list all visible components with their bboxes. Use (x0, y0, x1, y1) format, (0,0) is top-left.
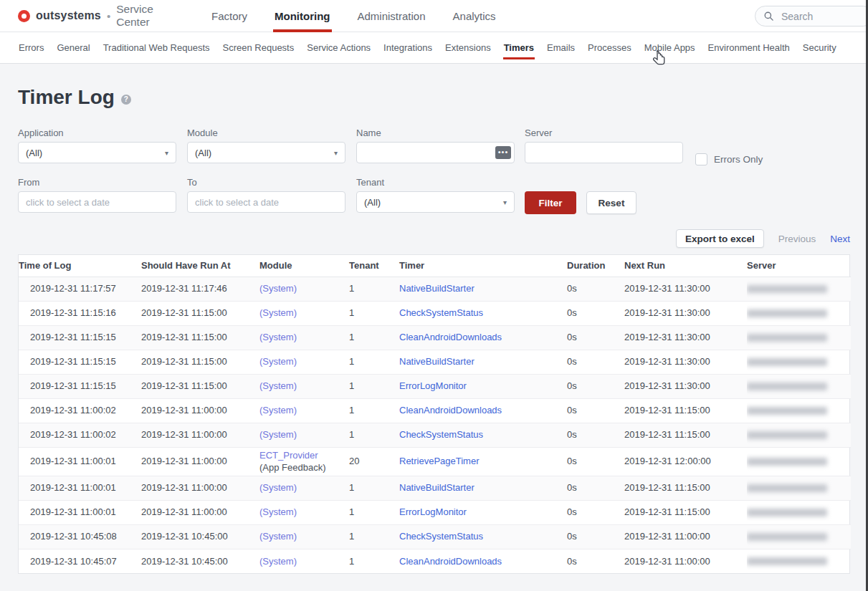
timer-link[interactable]: NativeBuildStarter (399, 283, 474, 294)
ellipsis-hint-icon[interactable]: ••• (495, 146, 511, 159)
application-label: Application (18, 128, 64, 138)
module-link[interactable]: (System) (259, 405, 297, 415)
module-cell: (System) (259, 325, 349, 350)
main-nav-item[interactable]: Analytics (452, 0, 497, 32)
tab-label: Processes (588, 42, 631, 53)
server-label: Server (525, 128, 552, 138)
server-cell (747, 398, 851, 423)
duration-cell: 0s (567, 524, 624, 549)
module-link[interactable]: (System) (259, 283, 297, 294)
timer-link[interactable]: NativeBuildStarter (399, 482, 474, 493)
brand-product: Service Center (116, 3, 184, 29)
module-link[interactable]: (System) (259, 506, 297, 517)
module-link[interactable]: (System) (259, 380, 297, 391)
timer-link[interactable]: ErrorLogMonitor (399, 506, 467, 517)
errors-only-checkbox[interactable] (695, 153, 707, 165)
timer-cell: NativeBuildStarter (399, 277, 567, 301)
module-label: Module (187, 128, 218, 138)
timer-link[interactable]: NativeBuildStarter (399, 356, 474, 367)
tab[interactable]: Extensions (444, 32, 492, 63)
timer-cell: CleanAndroidDownloads (399, 325, 567, 350)
reset-button[interactable]: Reset (586, 191, 636, 214)
tenant-select-value: (All) (364, 197, 381, 208)
duration-cell: 0s (567, 398, 624, 423)
tab[interactable]: Traditional Web Requests (102, 32, 211, 63)
table-header-row: Time of LogShould Have Run AtModuleTenan… (19, 255, 851, 277)
tab[interactable]: Environment Health (707, 32, 791, 63)
timer-link[interactable]: CheckSystemStatus (399, 429, 483, 440)
tab[interactable]: Timers (503, 32, 535, 63)
brand-name: outsystems (36, 9, 101, 22)
timer-link[interactable]: CleanAndroidDownloads (399, 405, 502, 415)
main-nav-item[interactable]: Administration (356, 0, 427, 32)
time-of-log-cell: 2019-12-31 11:17:57 (19, 277, 141, 301)
from-date-input[interactable] (18, 191, 176, 213)
tab-label: Security (803, 42, 836, 53)
chevron-down-icon: ▾ (165, 149, 168, 157)
previous-page-link[interactable]: Previous (778, 234, 816, 244)
server-cell (747, 500, 851, 524)
server-redacted-value (747, 309, 827, 317)
tab[interactable]: Mobile Apps (644, 32, 696, 63)
timer-link[interactable]: ErrorLogMonitor (399, 380, 467, 391)
time-of-log-cell: 2019-12-31 11:00:02 (19, 398, 141, 423)
tab[interactable]: Screen Requests (222, 32, 295, 63)
tab-label: Timers (504, 42, 534, 53)
timer-link[interactable]: CleanAndroidDownloads (399, 556, 502, 567)
tab[interactable]: General (56, 32, 90, 63)
tab-label: Integrations (383, 42, 432, 53)
timer-link[interactable]: RetrievePageTimer (399, 456, 480, 466)
module-cell: (System) (259, 423, 349, 447)
tenant-cell: 1 (349, 476, 399, 500)
timer-link[interactable]: CheckSystemStatus (399, 307, 483, 318)
time-of-log-cell: 2019-12-31 11:15:16 (19, 301, 141, 325)
tab[interactable]: Errors (18, 32, 44, 63)
module-link[interactable]: (System) (259, 332, 297, 342)
errors-only-toggle[interactable]: Errors Only (695, 153, 763, 165)
table-actions-row: Export to excel Previous Next (18, 229, 850, 248)
to-date-input[interactable] (187, 191, 345, 213)
module-link[interactable]: (System) (259, 482, 297, 493)
tab[interactable]: Security (802, 32, 837, 63)
server-redacted-value (747, 285, 827, 293)
server-redacted-value (747, 358, 827, 366)
should-have-run-at-cell: 2019-12-31 11:00:00 (141, 398, 259, 423)
tenant-cell: 1 (349, 549, 399, 573)
module-link[interactable]: (System) (259, 531, 297, 542)
tab-label: Errors (19, 42, 44, 53)
main-nav-item-label: Administration (358, 10, 426, 22)
tenant-select[interactable]: (All) ▾ (356, 191, 515, 213)
main-nav-item[interactable]: Monitoring (273, 0, 331, 32)
next-run-cell: 2019-12-31 11:15:00 (624, 423, 747, 447)
table-row: 2019-12-31 11:00:01 2019-12-31 11:00:00 … (19, 447, 851, 476)
main-nav-item[interactable]: Factory (210, 0, 249, 32)
tab[interactable]: Emails (546, 32, 576, 63)
tenant-cell: 1 (349, 350, 399, 374)
tab[interactable]: Processes (587, 32, 632, 63)
server-redacted-value (747, 431, 827, 439)
module-link[interactable]: (System) (259, 307, 297, 318)
module-link[interactable]: (System) (259, 556, 297, 567)
module-link[interactable]: (System) (259, 356, 297, 367)
server-input[interactable] (525, 142, 683, 163)
server-redacted-value (747, 557, 827, 565)
help-icon[interactable]: ? (121, 95, 131, 105)
application-select[interactable]: (All) ▾ (18, 142, 176, 163)
module-link[interactable]: ECT_Provider (259, 450, 318, 461)
should-have-run-at-cell: 2019-12-31 11:15:00 (141, 301, 259, 325)
module-select[interactable]: (All) ▾ (187, 142, 345, 163)
name-input[interactable] (356, 142, 515, 163)
filter-button[interactable]: Filter (525, 191, 576, 214)
should-have-run-at-cell: 2019-12-31 11:00:00 (141, 500, 259, 524)
search-input[interactable] (780, 10, 852, 23)
export-to-excel-button[interactable]: Export to excel (676, 229, 764, 248)
search-box[interactable] (755, 6, 868, 27)
brand[interactable]: outsystems • Service Center (18, 0, 184, 32)
timer-link[interactable]: CleanAndroidDownloads (399, 332, 502, 342)
module-link[interactable]: (System) (259, 429, 297, 440)
outsystems-logo-icon (18, 10, 30, 22)
tab[interactable]: Integrations (383, 32, 433, 63)
tab[interactable]: Service Actions (306, 32, 371, 63)
timer-link[interactable]: CheckSystemStatus (399, 531, 483, 542)
next-page-link[interactable]: Next (830, 234, 850, 244)
